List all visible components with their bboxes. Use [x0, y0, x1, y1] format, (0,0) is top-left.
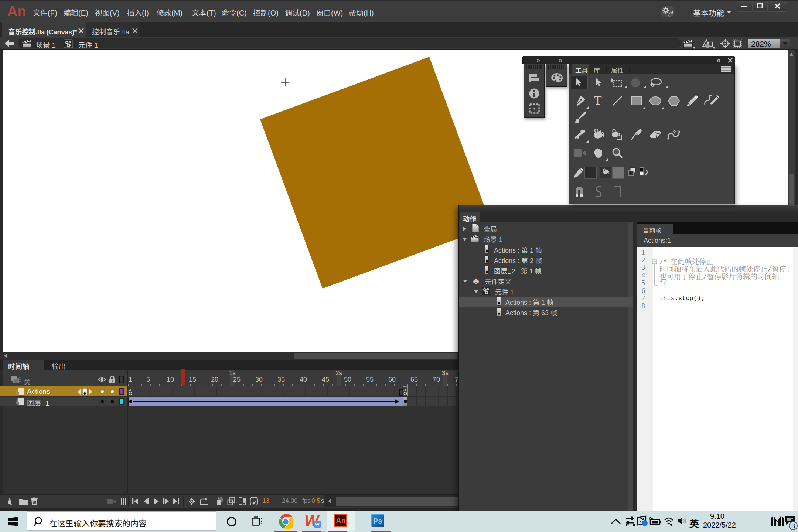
svg-text:3: 3 — [791, 522, 795, 530]
